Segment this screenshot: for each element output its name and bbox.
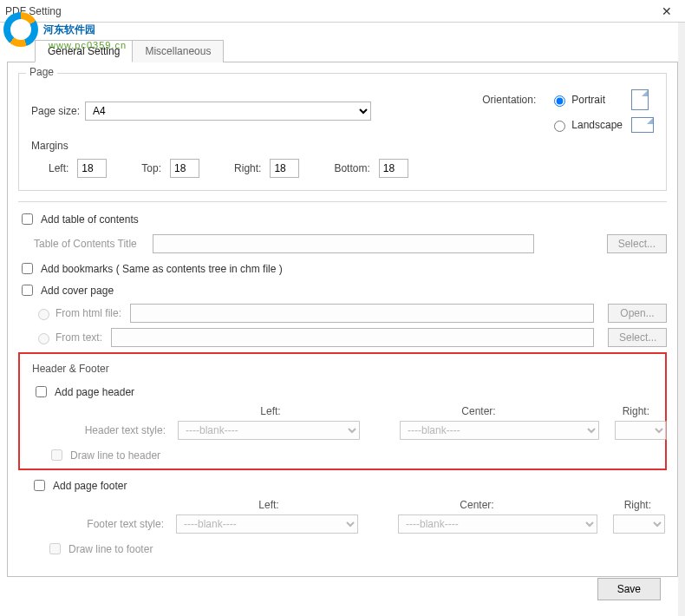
footer-center-select[interactable]: ----blank---- (398, 514, 597, 534)
hf-col-center-2: Center: (369, 499, 585, 511)
header-footer-highlight: Header & Footer Add page header Left: Ce… (18, 352, 667, 470)
header-left-select[interactable]: ----blank---- (178, 421, 360, 440)
settings-panel: Page Page size: A4 Orientation: Portrait (7, 62, 678, 577)
tab-general-setting[interactable]: General Setting (35, 40, 133, 62)
draw-line-footer-label: Draw line to footer (68, 543, 153, 555)
add-cover-checkbox[interactable]: Add cover page (18, 282, 114, 298)
page-fieldset: Page Page size: A4 Orientation: Portrait (18, 73, 667, 191)
divider (18, 201, 667, 202)
hf-col-right-2: Right: (585, 499, 655, 511)
add-toc-label: Add table of contents (41, 213, 139, 226)
cover-text-radio-input[interactable] (38, 333, 49, 344)
cover-from-text-radio[interactable]: From text: (34, 331, 102, 344)
margin-bottom-label: Bottom: (334, 162, 369, 174)
add-page-footer-checkbox[interactable]: Add page footer (30, 477, 127, 494)
header-style-label: Header text style: (32, 424, 166, 436)
toc-select-button[interactable]: Select... (607, 234, 667, 253)
margin-bottom-input[interactable] (379, 159, 408, 178)
tab-strip: General Setting Miscellaneous (35, 40, 678, 62)
hf-col-left: Left: (171, 405, 370, 417)
draw-line-footer-input[interactable] (49, 543, 61, 554)
cover-from-html-radio[interactable]: From html file: (34, 306, 121, 320)
orientation-landscape-radio[interactable]: Landscape (550, 118, 623, 132)
margins-label: Margins (31, 140, 68, 152)
orientation-portrait-radio[interactable]: Portrait (550, 93, 623, 107)
orientation-label: Orientation: (482, 94, 536, 106)
toc-title-label: Table of Contents Title (34, 238, 137, 250)
add-bookmarks-input[interactable] (22, 263, 33, 274)
page-size-label: Page size: (31, 105, 80, 117)
draw-line-header-checkbox[interactable]: Draw line to header (48, 447, 160, 463)
add-toc-checkbox[interactable]: Add table of contents (18, 211, 139, 227)
cover-html-label: From html file: (55, 307, 121, 319)
landscape-radio-input[interactable] (554, 121, 565, 132)
landscape-icon (631, 117, 654, 133)
cover-open-button[interactable]: Open... (608, 304, 667, 323)
landscape-label: Landscape (571, 119, 623, 131)
add-footer-label: Add page footer (53, 480, 127, 492)
margin-top-label: Top: (141, 162, 161, 174)
scrollbar[interactable] (678, 23, 685, 616)
page-legend: Page (26, 66, 57, 78)
cover-html-input[interactable] (130, 304, 594, 323)
add-header-label: Add page header (55, 386, 134, 398)
add-cover-input[interactable] (22, 285, 33, 296)
add-bookmarks-checkbox[interactable]: Add bookmarks ( Same as contents tree in… (18, 260, 283, 277)
add-cover-label: Add cover page (41, 285, 114, 297)
hf-col-right: Right: (587, 405, 653, 417)
margin-left-label: Left: (49, 162, 68, 174)
cover-select-button[interactable]: Select... (608, 328, 667, 347)
save-button[interactable]: Save (597, 578, 661, 600)
cover-text-input[interactable] (111, 328, 594, 347)
header-right-select[interactable] (615, 421, 667, 440)
margin-right-label: Right: (234, 162, 261, 174)
cover-text-label: From text: (55, 331, 102, 344)
footer-section: Add page footer Left: Center: Right: Foo… (18, 474, 667, 562)
add-page-header-checkbox[interactable]: Add page header (32, 383, 134, 400)
margin-right-input[interactable] (270, 159, 299, 178)
hf-col-center: Center: (370, 405, 587, 417)
hf-col-left-2: Left: (169, 499, 369, 511)
add-bookmarks-label: Add bookmarks ( Same as contents tree in… (41, 263, 283, 275)
draw-line-footer-checkbox[interactable]: Draw line to footer (46, 541, 153, 557)
window-title: PDF Setting (5, 5, 654, 17)
page-size-select[interactable]: A4 (85, 102, 371, 121)
draw-line-header-label: Draw line to header (70, 449, 160, 462)
tab-miscellaneous[interactable]: Miscellaneous (132, 40, 224, 62)
header-center-select[interactable]: ----blank---- (400, 421, 599, 440)
add-footer-input[interactable] (34, 480, 45, 491)
add-toc-input[interactable] (22, 213, 33, 225)
close-icon[interactable]: ✕ (654, 4, 680, 18)
toc-title-input[interactable] (153, 234, 534, 253)
footer-left-select[interactable]: ----blank---- (176, 514, 358, 534)
hf-legend: Header & Footer (32, 363, 109, 375)
margin-top-input[interactable] (170, 159, 199, 178)
title-bar: PDF Setting ✕ (0, 0, 685, 23)
portrait-icon (631, 89, 649, 110)
draw-line-header-input[interactable] (51, 449, 62, 461)
portrait-label: Portrait (571, 94, 605, 106)
cover-html-radio-input[interactable] (38, 309, 49, 320)
margin-left-input[interactable] (77, 159, 107, 178)
footer-style-label: Footer text style: (30, 518, 164, 530)
portrait-radio-input[interactable] (554, 95, 565, 107)
footer-right-select[interactable] (613, 514, 665, 534)
add-header-input[interactable] (36, 386, 47, 397)
